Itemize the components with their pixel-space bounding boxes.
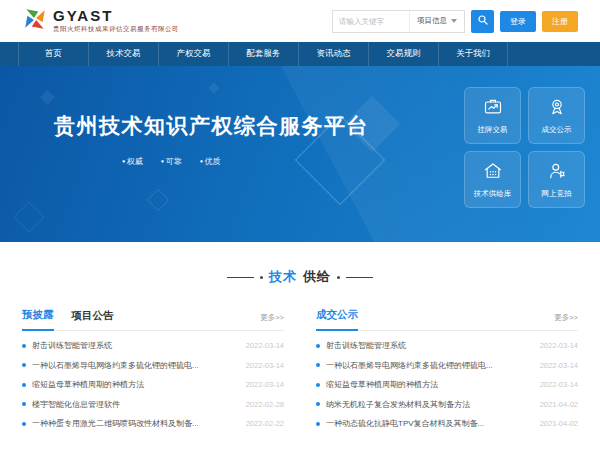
chevron-down-icon [451, 19, 457, 23]
tab-pre-disclosure[interactable]: 预披露 [22, 308, 54, 331]
section-title: 技术 供给 [0, 268, 600, 286]
medal-icon [547, 97, 567, 121]
deal-announcement-panel: 成交公示 更多>> 射击训练智能管理系统 2022-03-14 一种以石墨烯导电… [316, 308, 578, 434]
search-icon [477, 14, 489, 29]
list-item[interactable]: 楼宇智能化信息管理软件 2022-02-28 [22, 395, 284, 415]
title-dot [260, 276, 263, 279]
list-item[interactable]: 射击训练智能管理系统 2022-03-14 [316, 336, 578, 356]
card-label: 成交公示 [542, 125, 572, 135]
card-label: 挂牌交易 [478, 125, 508, 135]
bullet-dot [22, 402, 26, 406]
list-item[interactable]: 射击训练智能管理系统 2022-03-14 [22, 336, 284, 356]
search-category-select[interactable]: 项目信息 [409, 11, 464, 32]
nav-item-tech-trade[interactable]: 技术交易 [88, 42, 158, 66]
diamond-decoration [208, 82, 219, 93]
search-category-value: 项目信息 [417, 16, 447, 26]
item-title[interactable]: 缩短益母草种植周期的种植方法 [32, 379, 240, 390]
item-title[interactable]: 一种以石墨烯导电网络约束多硫化锂的锂硫电... [326, 360, 534, 371]
feature-item: 优质 [200, 156, 221, 167]
item-title[interactable]: 一种动态硫化抗静电TPV复合材料及其制备... [326, 418, 534, 429]
title-line [227, 277, 254, 278]
title-dot [337, 276, 340, 279]
bullet-dot [22, 344, 26, 348]
bullet-dot [22, 363, 26, 367]
diamond-decoration [13, 201, 44, 232]
bullet-dot [316, 402, 320, 406]
tab-project-notice[interactable]: 项目公告 [72, 309, 114, 330]
main-nav: 首页 技术交易 产权交易 配套服务 资讯动态 交易规则 关于我们 [0, 42, 600, 66]
nav-item-home[interactable]: 首页 [18, 42, 88, 66]
card-deal-announcement[interactable]: 成交公示 [528, 87, 585, 144]
nav-item-about-us[interactable]: 关于我们 [438, 42, 508, 66]
bullet-dot [316, 344, 320, 348]
feature-item: 权威 [122, 156, 143, 167]
list-item[interactable]: 纳米无机粒子复合发热材料及其制备方法 2021-04-02 [316, 395, 578, 415]
bullet-dot [316, 383, 320, 387]
nav-item-support-services[interactable]: 配套服务 [228, 42, 298, 66]
list-item[interactable]: 缩短益母草种植周期的种植方法 2022-03-14 [22, 375, 284, 395]
item-title[interactable]: 射击训练智能管理系统 [32, 340, 240, 351]
item-date: 2022-03-14 [540, 380, 578, 389]
content-panels: 预披露 项目公告 更多>> 射击训练智能管理系统 2022-03-14 一种以石… [0, 308, 600, 434]
deal-panel-title[interactable]: 成交公示 [316, 308, 358, 331]
feature-item: 可靠 [161, 156, 182, 167]
item-date: 2022-03-14 [246, 341, 284, 350]
bullet-dot [316, 363, 320, 367]
card-label: 技术供给库 [474, 189, 512, 199]
nav-item-property-trade[interactable]: 产权交易 [158, 42, 228, 66]
item-title[interactable]: 纳米无机粒子复合发热材料及其制备方法 [326, 399, 534, 410]
warehouse-icon [483, 161, 503, 185]
header-actions: 项目信息 登录 注册 [332, 10, 578, 33]
hero-banner: 贵州技术知识产权综合服务平台 权威 可靠 优质 挂牌交易 [0, 66, 600, 242]
item-title[interactable]: 一种以石墨烯导电网络约束多硫化锂的锂硫电... [32, 360, 240, 371]
card-online-auction[interactable]: 网上竞拍 [528, 151, 585, 208]
login-button[interactable]: 登录 [500, 11, 536, 32]
item-date: 2022-03-14 [246, 380, 284, 389]
list-item[interactable]: 一种以石墨烯导电网络约束多硫化锂的锂硫电... 2022-03-14 [316, 356, 578, 376]
pre-disclosure-list: 射击训练智能管理系统 2022-03-14 一种以石墨烯导电网络约束多硫化锂的锂… [22, 336, 284, 434]
item-date: 2022-02-28 [246, 400, 284, 409]
logo-acronym: GYAST [53, 8, 179, 23]
search-box: 项目信息 [332, 10, 465, 33]
card-tech-supply[interactable]: 技术供给库 [464, 151, 521, 208]
panel-header: 成交公示 更多>> [316, 308, 578, 331]
item-date: 2022-03-14 [540, 361, 578, 370]
nav-item-news[interactable]: 资讯动态 [298, 42, 368, 66]
item-date: 2021-04-02 [540, 400, 578, 409]
diamond-decoration [147, 189, 170, 212]
panel-header: 预披露 项目公告 更多>> [22, 308, 284, 331]
bullet-dot [316, 422, 320, 426]
more-link[interactable]: 更多>> [554, 313, 578, 330]
hero-quick-links: 挂牌交易 成交公示 [464, 87, 585, 208]
bullet-dot [22, 383, 26, 387]
list-item[interactable]: 缩短益母草种植周期的种植方法 2022-03-14 [316, 375, 578, 395]
list-item[interactable]: 一种种蛋专用激光二维码喷码改性材料及制备... 2022-02-22 [22, 414, 284, 434]
auction-user-icon [547, 161, 567, 185]
item-date: 2022-02-22 [246, 419, 284, 428]
item-title[interactable]: 射击训练智能管理系统 [326, 340, 534, 351]
item-title[interactable]: 一种种蛋专用激光二维码喷码改性材料及制备... [32, 418, 240, 429]
hero-title: 贵州技术知识产权综合服务平台 [54, 112, 369, 140]
nav-item-trade-rules[interactable]: 交易规则 [368, 42, 438, 66]
list-item[interactable]: 一种以石墨烯导电网络约束多硫化锂的锂硫电... 2022-03-14 [22, 356, 284, 376]
diamond-decoration [40, 90, 56, 106]
search-input[interactable] [333, 17, 409, 26]
section-title-rest: 供给 [303, 268, 331, 286]
logo-link[interactable]: GYAST 贵阳火炬科技成果评估交易服务有限公司 [22, 6, 179, 36]
item-title[interactable]: 楼宇智能化信息管理软件 [32, 399, 240, 410]
register-button[interactable]: 注册 [542, 11, 578, 32]
hero-features: 权威 可靠 优质 [122, 156, 221, 167]
section-title-highlight: 技术 [269, 268, 297, 286]
more-link[interactable]: 更多>> [260, 313, 284, 330]
list-item[interactable]: 一种动态硫化抗静电TPV复合材料及其制备... 2021-04-02 [316, 414, 578, 434]
top-header: GYAST 贵阳火炬科技成果评估交易服务有限公司 项目信息 登录 注册 [0, 0, 600, 42]
search-button[interactable] [471, 10, 494, 33]
logo-pinwheel-icon [22, 6, 48, 36]
title-line [346, 277, 373, 278]
item-date: 2022-03-14 [540, 341, 578, 350]
logo-company-name: 贵阳火炬科技成果评估交易服务有限公司 [53, 25, 179, 34]
item-date: 2021-04-02 [540, 419, 578, 428]
card-listing-trade[interactable]: 挂牌交易 [464, 87, 521, 144]
item-title[interactable]: 缩短益母草种植周期的种植方法 [326, 379, 534, 390]
deal-announcement-list: 射击训练智能管理系统 2022-03-14 一种以石墨烯导电网络约束多硫化锂的锂… [316, 336, 578, 434]
